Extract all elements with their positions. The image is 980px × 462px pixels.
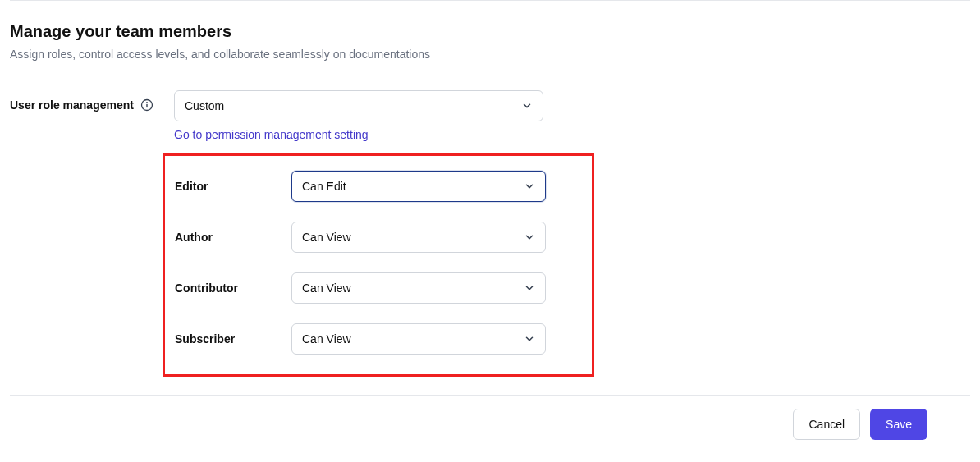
svg-rect-2 xyxy=(146,104,147,108)
role-label-subscriber: Subscriber xyxy=(175,332,291,345)
page-subtitle: Assign roles, control access levels, and… xyxy=(10,48,970,61)
role-select-subscriber[interactable]: Can View xyxy=(291,323,546,355)
role-select-contributor[interactable]: Can View xyxy=(291,272,546,304)
role-select-author[interactable]: Can View xyxy=(291,222,546,253)
page-title: Manage your team members xyxy=(10,22,970,41)
footer-divider xyxy=(10,395,970,396)
svg-point-1 xyxy=(146,102,148,103)
chevron-down-icon xyxy=(524,333,535,345)
chevron-down-icon xyxy=(524,181,535,192)
role-select-editor[interactable]: Can Edit xyxy=(291,171,546,202)
chevron-down-icon xyxy=(524,231,535,243)
save-button[interactable]: Save xyxy=(870,409,927,440)
footer-actions: Cancel Save xyxy=(0,409,980,440)
role-row-editor: Editor Can Edit xyxy=(175,171,582,202)
role-select-value: Can View xyxy=(302,281,351,295)
user-role-select[interactable]: Custom xyxy=(174,90,543,121)
top-divider xyxy=(10,0,970,1)
role-select-value: Can Edit xyxy=(302,180,346,193)
role-row-author: Author Can View xyxy=(175,222,582,253)
role-select-value: Can View xyxy=(302,332,351,345)
user-role-label: User role management xyxy=(10,98,134,112)
cancel-button[interactable]: Cancel xyxy=(793,409,860,440)
role-label-contributor: Contributor xyxy=(175,281,291,295)
user-role-select-value: Custom xyxy=(185,99,224,112)
permission-management-link[interactable]: Go to permission management setting xyxy=(174,128,369,141)
info-icon[interactable] xyxy=(140,98,153,112)
role-row-subscriber: Subscriber Can View xyxy=(175,323,582,355)
chevron-down-icon xyxy=(524,282,535,294)
chevron-down-icon xyxy=(521,100,533,112)
roles-highlight-box: Editor Can Edit Author Can View Contribu… xyxy=(163,153,594,377)
role-select-value: Can View xyxy=(302,231,351,244)
role-label-editor: Editor xyxy=(175,180,291,193)
role-row-contributor: Contributor Can View xyxy=(175,272,582,304)
role-label-author: Author xyxy=(175,231,291,244)
